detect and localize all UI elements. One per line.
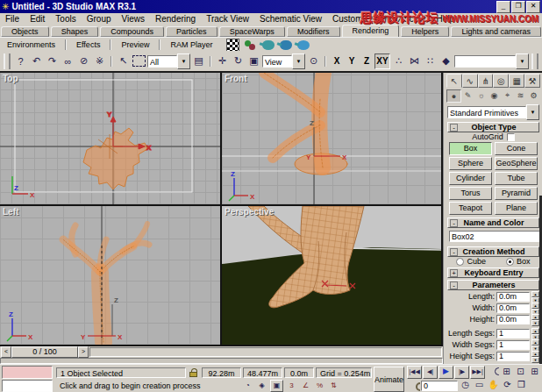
menu-track-view[interactable]: Track View (201, 14, 254, 24)
length-segs-input[interactable] (496, 329, 530, 339)
hierarchy-tab-icon[interactable]: ⋔ (478, 74, 494, 88)
box-button[interactable]: Box (449, 142, 492, 155)
restrict-xy-plane-button[interactable]: XY (374, 53, 390, 69)
menu-rendering[interactable]: Rendering (150, 14, 201, 24)
track-view-key-icon[interactable]: ◈ (256, 381, 267, 391)
name-and-color-rollout[interactable]: - Name and Color (447, 217, 539, 228)
collapse-icon[interactable]: - (450, 248, 458, 256)
cube-radio-option[interactable]: Cube (456, 257, 486, 266)
cylinder-button[interactable]: Cylinder (449, 172, 492, 185)
collapse-icon[interactable]: - (450, 124, 458, 132)
viewport-front[interactable]: Front Z (222, 73, 441, 204)
utilities-tab-icon[interactable]: ⚒ (524, 74, 540, 88)
chevron-down-icon[interactable]: ▼ (292, 53, 305, 69)
undo-icon[interactable]: ↶ (29, 53, 44, 69)
cone-button[interactable]: Cone (495, 142, 538, 155)
length-input[interactable] (496, 292, 530, 302)
ik-toggle-icon[interactable]: ∴ (391, 53, 406, 69)
minimize-button[interactable]: _ (496, 1, 510, 13)
geosphere-button[interactable]: GeoSphere (495, 157, 538, 170)
motion-tab-icon[interactable]: ◎ (493, 74, 509, 88)
expand-icon[interactable]: + (450, 269, 458, 277)
helpers-category-icon[interactable]: ⌖ (501, 89, 514, 101)
lights-category-icon[interactable]: ☼ (474, 89, 488, 101)
menu-tools[interactable]: Tools (50, 14, 81, 24)
snap-toggle-icon[interactable]: ▣ (270, 380, 283, 392)
redo-icon[interactable]: ↷ (45, 53, 60, 69)
menu-edit[interactable]: Edit (25, 14, 50, 24)
tab-spacewarps[interactable]: SpaceWarps (219, 26, 285, 37)
height-segs-input[interactable] (496, 352, 530, 361)
viewport-perspective-label[interactable]: Perspective (225, 207, 274, 217)
named-selection-dropdown[interactable]: ▼ (454, 54, 529, 68)
toolbar-handle[interactable] (4, 53, 11, 69)
spinner-up-icon[interactable]: ▲ (531, 303, 539, 309)
plane-button[interactable]: Plane (495, 202, 538, 215)
spinner-up-icon[interactable]: ▲ (531, 339, 539, 346)
script-line[interactable] (2, 380, 53, 392)
width-spinner[interactable]: ▲▼ (531, 303, 539, 313)
ram-player-button[interactable]: RAM Player (163, 39, 219, 51)
degradation-override-icon[interactable]: ◔ (242, 381, 253, 391)
tab-rendering[interactable]: Rendering (342, 25, 400, 37)
spinner-up-icon[interactable]: ▲ (531, 351, 539, 357)
unlink-icon[interactable]: ⊘ (76, 53, 91, 69)
viewport-left[interactable]: Left (0, 206, 220, 345)
viewport-top-label[interactable]: Top (3, 74, 18, 83)
render-scene-icon[interactable] (245, 39, 257, 51)
maximize-button[interactable]: ❐ (511, 1, 525, 13)
environments-button[interactable]: Environments (0, 39, 62, 51)
viewport-front-label[interactable]: Front (225, 74, 247, 83)
viewport-top[interactable]: Top Y X (0, 73, 220, 204)
tab-lights-and-cameras[interactable]: Lights and cameras (451, 26, 541, 37)
track-bar[interactable] (0, 358, 443, 364)
go-to-start-button[interactable]: |◀◀ (407, 366, 422, 379)
width-segs-input[interactable] (496, 340, 530, 350)
close-button[interactable]: ✕ (526, 1, 540, 13)
array-icon[interactable]: ∷ (423, 53, 438, 69)
cameras-category-icon[interactable]: ◉ (488, 89, 501, 101)
menu-views[interactable]: Views (117, 14, 151, 24)
select-and-rotate-icon[interactable]: ↻ (231, 53, 246, 69)
macro-recorder-line[interactable] (2, 366, 53, 379)
selection-lock-icon[interactable] (189, 367, 198, 378)
arc-rotate-icon[interactable]: ⟳ (501, 380, 514, 391)
time-configuration-icon[interactable]: ◷ (459, 380, 472, 391)
tab-compounds[interactable]: Compounds (100, 26, 164, 37)
align-icon[interactable]: ◆ (439, 53, 453, 69)
collapse-icon[interactable]: - (450, 219, 458, 227)
spinner-down-icon[interactable]: ▼ (531, 320, 539, 326)
select-and-scale-icon[interactable]: ▣ (246, 53, 261, 69)
shapes-category-icon[interactable]: ✎ (461, 89, 474, 101)
display-tab-icon[interactable]: ▦ (509, 74, 524, 88)
object-type-rollout[interactable]: - Object Type (447, 122, 539, 132)
help-mode-icon[interactable]: ? (13, 53, 28, 69)
zoom-extents-icon[interactable]: ⊡ (514, 367, 527, 378)
toolbar-handle[interactable] (531, 53, 538, 69)
menu-file[interactable]: File (0, 14, 25, 24)
spacewarps-category-icon[interactable]: ≋ (514, 89, 527, 101)
reference-coordinate-dropdown[interactable]: View ▼ (262, 54, 305, 68)
geometry-category-icon[interactable]: ● (446, 89, 461, 103)
keyboard-entry-rollout[interactable]: + Keyboard Entry (447, 267, 539, 278)
menu-customize[interactable]: Customize (327, 14, 379, 24)
menu-schematic-view[interactable]: Schematic View (254, 14, 327, 24)
mirror-icon[interactable]: ⋈ (407, 53, 422, 69)
select-object-icon[interactable]: ↖ (116, 53, 131, 69)
box-radio-option[interactable]: Box (506, 257, 531, 266)
region-zoom-icon[interactable]: ▭ (473, 380, 486, 391)
viewport-perspective[interactable]: Perspective (222, 206, 441, 345)
width-segs-spinner[interactable]: ▲▼ (531, 339, 539, 350)
restrict-z-button[interactable]: Z (360, 54, 374, 68)
time-slider-track[interactable] (89, 347, 442, 357)
length-spinner[interactable]: ▲▼ (531, 291, 539, 302)
bind-to-spacewarp-icon[interactable]: ※ (92, 53, 107, 69)
use-center-icon[interactable]: ⊙ (306, 53, 321, 69)
height-segs-spinner[interactable]: ▲▼ (531, 351, 539, 361)
tab-modifiers[interactable]: Modifiers (287, 26, 340, 37)
percent-snap-icon[interactable]: % (314, 381, 325, 391)
object-name-input[interactable] (449, 231, 542, 242)
snap-3d-icon[interactable]: 3 (286, 381, 297, 391)
effects-button[interactable]: Effects (69, 39, 107, 51)
tab-objects[interactable]: Objects (1, 26, 49, 37)
